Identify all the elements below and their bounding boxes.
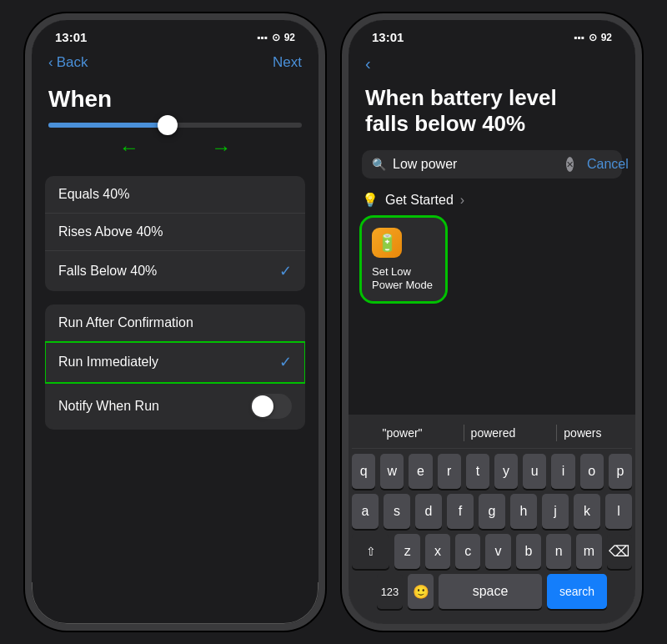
phone2-screen: 13:01 ▪▪▪ ⊙ 92 ‹ When battery levelfalls… xyxy=(349,20,635,582)
keyboard-area: "power" powered powers q w e r t y u i o… xyxy=(349,415,635,582)
key-d[interactable]: d xyxy=(415,494,442,529)
key-s[interactable]: s xyxy=(384,494,410,529)
key-j[interactable]: j xyxy=(542,494,569,529)
status-bar-1: 13:01 ▪▪▪ ⊙ 92 xyxy=(32,20,318,48)
key-shift[interactable]: ⇧ xyxy=(352,534,389,569)
key-k[interactable]: k xyxy=(574,494,600,529)
condition-equals[interactable]: Equals 40% xyxy=(45,176,305,214)
key-a[interactable]: a xyxy=(352,494,379,529)
toggle-knob xyxy=(252,395,273,417)
key-v[interactable]: v xyxy=(485,534,510,569)
key-m[interactable]: m xyxy=(576,534,601,569)
battery-icon-2: 92 xyxy=(601,32,612,43)
key-i[interactable]: i xyxy=(551,454,574,489)
key-y[interactable]: y xyxy=(494,454,518,489)
key-b[interactable]: b xyxy=(516,534,541,569)
key-e[interactable]: e xyxy=(409,454,432,489)
phone1-screen: 13:01 ▪▪▪ ⊙ 92 ‹ Back Next When ← → xyxy=(32,20,318,582)
action-card-lowpower[interactable]: 🔋 Set LowPower Mode xyxy=(362,218,445,301)
time-1: 13:01 xyxy=(55,30,87,44)
search-bar[interactable]: 🔍 ✕ Cancel xyxy=(362,150,622,179)
signal-icon-2: ▪▪▪ xyxy=(574,32,584,43)
keyboard-row-3: ⇧ z x c v b n m ⌫ xyxy=(352,534,632,569)
key-l[interactable]: l xyxy=(605,494,632,529)
key-t[interactable]: t xyxy=(466,454,489,489)
action-label-lowpower: Set LowPower Mode xyxy=(372,265,435,291)
slider-fill xyxy=(48,123,168,128)
key-space[interactable]: space xyxy=(439,574,542,582)
wifi-icon-2: ⊙ xyxy=(589,32,597,43)
low-power-icon: 🔋 xyxy=(372,228,402,258)
run-immediately-item[interactable]: Run Immediately ✓ xyxy=(45,342,305,383)
key-123[interactable]: 123 xyxy=(377,574,403,582)
condition-falls[interactable]: Falls Below 40% ✓ xyxy=(45,251,305,291)
key-q[interactable]: q xyxy=(352,454,375,489)
keyboard-row-4: 123 🙂 space search xyxy=(352,574,632,582)
chevron-right-icon: › xyxy=(460,193,464,208)
key-p[interactable]: p xyxy=(609,454,632,489)
key-f[interactable]: f xyxy=(447,494,474,529)
condition-rises[interactable]: Rises Above 40% xyxy=(45,214,305,251)
phone-1: 13:01 ▪▪▪ ⊙ 92 ‹ Back Next When ← → xyxy=(25,13,325,631)
key-n[interactable]: n xyxy=(546,534,571,569)
notify-toggle[interactable] xyxy=(250,394,292,419)
p2-back-button[interactable]: ‹ xyxy=(365,54,371,73)
key-u[interactable]: u xyxy=(523,454,546,489)
notify-item[interactable]: Notify When Run xyxy=(45,383,305,430)
run-after-item[interactable]: Run After Confirmation xyxy=(45,304,305,342)
back-button-1[interactable]: ‹ Back xyxy=(48,54,88,71)
action-grid: 🔋 Set LowPower Mode xyxy=(349,218,635,311)
key-h[interactable]: h xyxy=(510,494,537,529)
get-started-label: Get Started xyxy=(385,193,454,208)
emoji-key[interactable]: 🙂 xyxy=(408,574,434,582)
autocomplete-row: "power" powered powers xyxy=(352,421,632,449)
next-button-1[interactable]: Next xyxy=(273,54,302,71)
status-icons-1: ▪▪▪ ⊙ 92 xyxy=(257,32,295,43)
key-w[interactable]: w xyxy=(380,454,404,489)
autocomplete-powers[interactable]: powers xyxy=(556,425,608,441)
p2-nav: ‹ xyxy=(349,48,635,80)
falls-checkmark: ✓ xyxy=(279,262,292,280)
key-r[interactable]: r xyxy=(438,454,461,489)
key-search[interactable]: search xyxy=(547,574,607,582)
p2-title: When battery levelfalls below 40% xyxy=(349,80,635,150)
autocomplete-powered[interactable]: powered xyxy=(464,425,523,441)
wifi-icon-1: ⊙ xyxy=(272,32,280,43)
key-g[interactable]: g xyxy=(479,494,505,529)
run-immediately-checkmark: ✓ xyxy=(279,353,292,371)
nav-bar-1: ‹ Back Next xyxy=(32,48,318,78)
bulb-icon: 💡 xyxy=(362,192,379,208)
slider-container[interactable]: ← → xyxy=(32,123,318,176)
when-title: When xyxy=(32,78,318,123)
conditions-list: Equals 40% Rises Above 40% Falls Below 4… xyxy=(45,176,305,291)
cancel-button[interactable]: Cancel xyxy=(580,157,629,172)
slider-track[interactable] xyxy=(48,123,302,128)
clear-button[interactable]: ✕ xyxy=(566,157,574,172)
key-o[interactable]: o xyxy=(580,454,604,489)
autocomplete-power[interactable]: "power" xyxy=(376,425,429,441)
status-bar-2: 13:01 ▪▪▪ ⊙ 92 xyxy=(349,20,635,48)
key-z[interactable]: z xyxy=(394,534,419,569)
search-icon: 🔍 xyxy=(372,158,386,171)
get-started-row[interactable]: 💡 Get Started › xyxy=(349,189,635,218)
key-delete[interactable]: ⌫ xyxy=(607,534,632,569)
search-input[interactable] xyxy=(393,157,559,172)
slider-thumb[interactable] xyxy=(158,115,178,135)
arrow-indicator: ← → xyxy=(48,136,302,159)
run-section: Run After Confirmation Run Immediately ✓… xyxy=(45,304,305,430)
signal-icon-1: ▪▪▪ xyxy=(257,32,268,43)
time-2: 13:01 xyxy=(372,30,404,44)
keyboard-row-1: q w e r t y u i o p xyxy=(352,454,632,489)
keyboard-row-2: a s d f g h j k l xyxy=(352,494,632,529)
key-c[interactable]: c xyxy=(455,534,480,569)
battery-icon-1: 92 xyxy=(284,32,295,43)
status-icons-2: ▪▪▪ ⊙ 92 xyxy=(574,32,612,43)
phone-2: 13:01 ▪▪▪ ⊙ 92 ‹ When battery levelfalls… xyxy=(342,13,642,631)
key-x[interactable]: x xyxy=(425,534,450,569)
